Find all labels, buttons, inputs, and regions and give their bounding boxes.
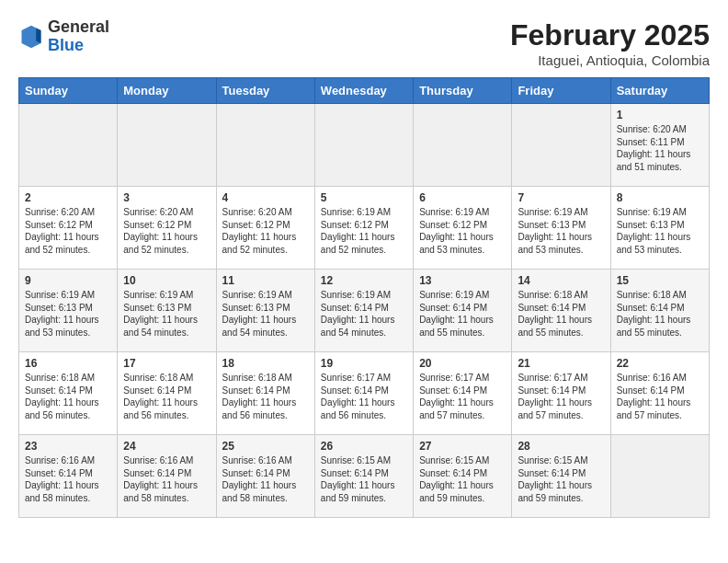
day-number: 7	[518, 191, 604, 204]
day-number: 3	[123, 191, 210, 204]
month-year-title: February 2025	[510, 18, 710, 52]
calendar-cell: 22Sunrise: 6:16 AM Sunset: 6:14 PM Dayli…	[610, 352, 709, 435]
calendar-cell	[610, 435, 709, 518]
weekday-header-monday: Monday	[118, 78, 216, 104]
day-number: 16	[25, 357, 111, 370]
day-number: 18	[222, 357, 309, 370]
weekday-header-thursday: Thursday	[414, 78, 512, 104]
day-number: 2	[25, 191, 111, 204]
day-number: 23	[25, 440, 111, 453]
day-number: 13	[419, 274, 506, 287]
calendar-cell: 21Sunrise: 6:17 AM Sunset: 6:14 PM Dayli…	[512, 352, 610, 435]
calendar-cell	[216, 104, 314, 187]
day-info: Sunrise: 6:17 AM Sunset: 6:14 PM Dayligh…	[321, 372, 407, 421]
day-info: Sunrise: 6:20 AM Sunset: 6:12 PM Dayligh…	[222, 206, 309, 256]
day-info: Sunrise: 6:20 AM Sunset: 6:12 PM Dayligh…	[123, 206, 210, 256]
day-info: Sunrise: 6:19 AM Sunset: 6:14 PM Dayligh…	[321, 289, 407, 339]
week-row-4: 16Sunrise: 6:18 AM Sunset: 6:14 PM Dayli…	[19, 352, 710, 435]
day-info: Sunrise: 6:16 AM Sunset: 6:14 PM Dayligh…	[222, 454, 309, 504]
day-info: Sunrise: 6:18 AM Sunset: 6:14 PM Dayligh…	[123, 372, 210, 421]
location-subtitle: Itaguei, Antioquia, Colombia	[510, 52, 710, 68]
week-row-3: 9Sunrise: 6:19 AM Sunset: 6:13 PM Daylig…	[19, 270, 710, 352]
calendar-cell: 26Sunrise: 6:15 AM Sunset: 6:14 PM Dayli…	[314, 435, 413, 518]
calendar-cell: 8Sunrise: 6:19 AM Sunset: 6:13 PM Daylig…	[610, 187, 709, 270]
calendar-cell	[314, 104, 413, 187]
day-info: Sunrise: 6:16 AM Sunset: 6:14 PM Dayligh…	[123, 454, 210, 504]
calendar-cell: 3Sunrise: 6:20 AM Sunset: 6:12 PM Daylig…	[118, 187, 216, 270]
day-info: Sunrise: 6:15 AM Sunset: 6:14 PM Dayligh…	[518, 454, 604, 504]
day-info: Sunrise: 6:19 AM Sunset: 6:14 PM Dayligh…	[419, 289, 506, 339]
day-number: 26	[321, 440, 407, 453]
day-number: 22	[617, 357, 703, 370]
weekday-header-wednesday: Wednesday	[314, 78, 413, 104]
day-number: 25	[222, 440, 309, 453]
calendar-cell: 23Sunrise: 6:16 AM Sunset: 6:14 PM Dayli…	[19, 435, 118, 518]
logo: General Blue	[18, 18, 109, 55]
day-info: Sunrise: 6:19 AM Sunset: 6:12 PM Dayligh…	[419, 206, 506, 256]
day-info: Sunrise: 6:20 AM Sunset: 6:12 PM Dayligh…	[25, 206, 111, 256]
day-number: 17	[123, 357, 210, 370]
page-header: General Blue February 2025 Itaguei, Anti…	[18, 18, 710, 68]
day-info: Sunrise: 6:19 AM Sunset: 6:13 PM Dayligh…	[123, 289, 210, 339]
day-number: 28	[518, 440, 604, 453]
calendar-cell: 11Sunrise: 6:19 AM Sunset: 6:13 PM Dayli…	[216, 270, 314, 352]
day-info: Sunrise: 6:18 AM Sunset: 6:14 PM Dayligh…	[617, 289, 703, 339]
calendar-cell	[19, 104, 118, 187]
day-number: 5	[321, 191, 407, 204]
calendar-cell	[118, 104, 216, 187]
day-info: Sunrise: 6:20 AM Sunset: 6:11 PM Dayligh…	[617, 123, 703, 173]
calendar-cell	[414, 104, 512, 187]
day-info: Sunrise: 6:18 AM Sunset: 6:14 PM Dayligh…	[222, 372, 309, 421]
day-info: Sunrise: 6:19 AM Sunset: 6:13 PM Dayligh…	[518, 206, 604, 256]
day-number: 19	[321, 357, 407, 370]
weekday-header-saturday: Saturday	[610, 78, 709, 104]
day-info: Sunrise: 6:17 AM Sunset: 6:14 PM Dayligh…	[518, 372, 604, 421]
day-number: 27	[419, 440, 506, 453]
logo-text: General Blue	[48, 18, 109, 55]
calendar-cell: 20Sunrise: 6:17 AM Sunset: 6:14 PM Dayli…	[414, 352, 512, 435]
calendar-cell: 7Sunrise: 6:19 AM Sunset: 6:13 PM Daylig…	[512, 187, 610, 270]
day-number: 4	[222, 191, 309, 204]
day-number: 21	[518, 357, 604, 370]
calendar-cell: 28Sunrise: 6:15 AM Sunset: 6:14 PM Dayli…	[512, 435, 610, 518]
day-info: Sunrise: 6:16 AM Sunset: 6:14 PM Dayligh…	[25, 454, 111, 504]
day-info: Sunrise: 6:19 AM Sunset: 6:13 PM Dayligh…	[617, 206, 703, 256]
svg-marker-1	[36, 28, 40, 43]
calendar-cell: 5Sunrise: 6:19 AM Sunset: 6:12 PM Daylig…	[314, 187, 413, 270]
calendar-cell: 6Sunrise: 6:19 AM Sunset: 6:12 PM Daylig…	[414, 187, 512, 270]
day-info: Sunrise: 6:18 AM Sunset: 6:14 PM Dayligh…	[25, 372, 111, 421]
day-info: Sunrise: 6:15 AM Sunset: 6:14 PM Dayligh…	[419, 454, 506, 504]
calendar-cell: 4Sunrise: 6:20 AM Sunset: 6:12 PM Daylig…	[216, 187, 314, 270]
calendar-cell: 27Sunrise: 6:15 AM Sunset: 6:14 PM Dayli…	[414, 435, 512, 518]
calendar-cell: 19Sunrise: 6:17 AM Sunset: 6:14 PM Dayli…	[314, 352, 413, 435]
calendar-cell: 12Sunrise: 6:19 AM Sunset: 6:14 PM Dayli…	[314, 270, 413, 352]
calendar-cell: 1Sunrise: 6:20 AM Sunset: 6:11 PM Daylig…	[610, 104, 709, 187]
week-row-2: 2Sunrise: 6:20 AM Sunset: 6:12 PM Daylig…	[19, 187, 710, 270]
week-row-1: 1Sunrise: 6:20 AM Sunset: 6:11 PM Daylig…	[19, 104, 710, 187]
logo-icon	[18, 24, 44, 50]
calendar-cell: 24Sunrise: 6:16 AM Sunset: 6:14 PM Dayli…	[118, 435, 216, 518]
day-number: 12	[321, 274, 407, 287]
calendar-cell: 2Sunrise: 6:20 AM Sunset: 6:12 PM Daylig…	[19, 187, 118, 270]
day-number: 1	[617, 109, 703, 121]
day-number: 11	[222, 274, 309, 287]
calendar-cell: 13Sunrise: 6:19 AM Sunset: 6:14 PM Dayli…	[414, 270, 512, 352]
calendar-cell: 17Sunrise: 6:18 AM Sunset: 6:14 PM Dayli…	[118, 352, 216, 435]
day-number: 10	[123, 274, 210, 287]
calendar-cell: 18Sunrise: 6:18 AM Sunset: 6:14 PM Dayli…	[216, 352, 314, 435]
day-info: Sunrise: 6:15 AM Sunset: 6:14 PM Dayligh…	[321, 454, 407, 504]
day-number: 24	[123, 440, 210, 453]
day-number: 8	[617, 191, 703, 204]
day-number: 9	[25, 274, 111, 287]
calendar-cell: 9Sunrise: 6:19 AM Sunset: 6:13 PM Daylig…	[19, 270, 118, 352]
calendar-cell: 14Sunrise: 6:18 AM Sunset: 6:14 PM Dayli…	[512, 270, 610, 352]
day-info: Sunrise: 6:17 AM Sunset: 6:14 PM Dayligh…	[419, 372, 506, 421]
calendar-cell	[512, 104, 610, 187]
week-row-5: 23Sunrise: 6:16 AM Sunset: 6:14 PM Dayli…	[19, 435, 710, 518]
calendar-cell: 10Sunrise: 6:19 AM Sunset: 6:13 PM Dayli…	[118, 270, 216, 352]
day-info: Sunrise: 6:16 AM Sunset: 6:14 PM Dayligh…	[617, 372, 703, 421]
calendar-cell: 15Sunrise: 6:18 AM Sunset: 6:14 PM Dayli…	[610, 270, 709, 352]
weekday-header-friday: Friday	[512, 78, 610, 104]
day-info: Sunrise: 6:18 AM Sunset: 6:14 PM Dayligh…	[518, 289, 604, 339]
day-number: 20	[419, 357, 506, 370]
